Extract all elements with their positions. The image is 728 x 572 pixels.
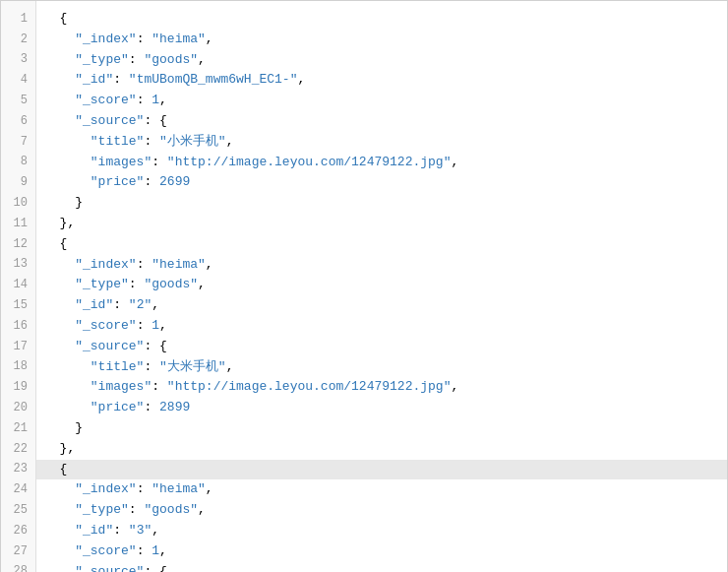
colon-token: : bbox=[152, 153, 167, 173]
comma-token: , bbox=[451, 377, 458, 398]
colon-token: : bbox=[137, 479, 152, 500]
comma-token: , bbox=[206, 30, 213, 50]
code-line: { bbox=[36, 234, 727, 255]
code-line: "_source": { bbox=[36, 562, 727, 572]
key-token: "_source" bbox=[44, 337, 144, 357]
line-number: 16 bbox=[1, 316, 35, 337]
code-line: "images": "http://image.leyou.com/124791… bbox=[36, 377, 727, 398]
line-number: 19 bbox=[1, 377, 35, 398]
string-token: "heima" bbox=[152, 479, 206, 500]
key-token: "_source" bbox=[44, 562, 144, 572]
line-number: 14 bbox=[1, 275, 35, 295]
string-token: "2" bbox=[129, 295, 152, 316]
brace-token: { bbox=[159, 111, 167, 132]
line-number: 2 bbox=[1, 30, 35, 50]
colon-token: : bbox=[144, 337, 159, 357]
line-number: 9 bbox=[1, 172, 35, 193]
key-token: "_type" bbox=[44, 50, 129, 71]
string-token: "heima" bbox=[152, 30, 206, 50]
code-area[interactable]: { "_index": "heima", "_type": "goods", "… bbox=[36, 1, 727, 572]
key-token: "images" bbox=[44, 377, 152, 398]
colon-token: : bbox=[113, 70, 129, 91]
line-number: 20 bbox=[1, 398, 35, 418]
key-token: "title" bbox=[44, 357, 144, 378]
brace-token: }, bbox=[44, 439, 75, 460]
colon-token: : bbox=[113, 295, 129, 316]
colon-token: : bbox=[137, 30, 152, 50]
brace-token: }, bbox=[44, 214, 75, 234]
comma-token: , bbox=[297, 70, 305, 91]
line-number: 5 bbox=[1, 91, 35, 111]
line-number: 21 bbox=[1, 418, 35, 439]
string-token: "小米手机" bbox=[159, 132, 226, 153]
code-line: "title": "小米手机", bbox=[36, 132, 727, 153]
key-token: "_type" bbox=[44, 500, 129, 521]
comma-token: , bbox=[198, 275, 206, 295]
code-line: "_source": { bbox=[36, 337, 727, 357]
code-line: } bbox=[36, 418, 727, 439]
brace-token: { bbox=[44, 460, 67, 480]
code-line: } bbox=[36, 193, 727, 214]
comma-token: , bbox=[159, 316, 167, 337]
number-token: 1 bbox=[152, 316, 159, 337]
comma-token: , bbox=[226, 132, 234, 153]
colon-token: : bbox=[137, 316, 152, 337]
line-number: 7 bbox=[1, 132, 35, 153]
key-token: "_id" bbox=[44, 70, 113, 91]
key-token: "_index" bbox=[44, 30, 137, 50]
line-number: 17 bbox=[1, 337, 35, 357]
key-token: "price" bbox=[44, 172, 144, 193]
string-token: "http://image.leyou.com/12479122.jpg" bbox=[167, 377, 452, 398]
code-line: "title": "大米手机", bbox=[36, 357, 727, 378]
number-token: 2899 bbox=[159, 398, 190, 418]
brace-token: { bbox=[44, 9, 67, 30]
code-line: "_id": "2", bbox=[36, 295, 727, 316]
line-number: 4 bbox=[1, 70, 35, 91]
line-number: 15 bbox=[1, 295, 35, 316]
code-line: "_index": "heima", bbox=[36, 30, 727, 50]
code-line: "_id": "3", bbox=[36, 521, 727, 541]
line-number: 24 bbox=[1, 479, 35, 500]
colon-token: : bbox=[144, 132, 159, 153]
colon-token: : bbox=[144, 562, 159, 572]
brace-token: { bbox=[44, 234, 67, 255]
comma-token: , bbox=[226, 357, 234, 378]
key-token: "_index" bbox=[44, 479, 137, 500]
brace-token: { bbox=[159, 337, 167, 357]
key-token: "title" bbox=[44, 132, 144, 153]
line-number: 11 bbox=[1, 214, 35, 234]
code-line: { bbox=[36, 9, 727, 30]
key-token: "_source" bbox=[44, 111, 144, 132]
key-token: "_index" bbox=[44, 255, 137, 276]
code-line: "_type": "goods", bbox=[36, 275, 727, 295]
colon-token: : bbox=[144, 357, 159, 378]
code-line: "_id": "tmUBomQB_mwm6wH_EC1-", bbox=[36, 70, 727, 91]
colon-token: : bbox=[129, 275, 145, 295]
comma-token: , bbox=[451, 153, 458, 173]
code-line: "_score": 1, bbox=[36, 91, 727, 111]
line-number: 10 bbox=[1, 193, 35, 214]
code-line: }, bbox=[36, 439, 727, 460]
line-number: 23 bbox=[1, 460, 35, 480]
comma-token: , bbox=[198, 50, 206, 71]
colon-token: : bbox=[137, 91, 152, 111]
code-line: "_type": "goods", bbox=[36, 500, 727, 521]
code-line: "_score": 1, bbox=[36, 316, 727, 337]
string-token: "3" bbox=[129, 521, 152, 541]
key-token: "_score" bbox=[44, 316, 137, 337]
line-number: 3 bbox=[1, 50, 35, 71]
line-numbers: 1234567891011121314151617181920212223242… bbox=[1, 1, 36, 572]
brace-token: } bbox=[44, 418, 83, 439]
comma-token: , bbox=[206, 479, 213, 500]
colon-token: : bbox=[129, 500, 145, 521]
code-line: "price": 2899 bbox=[36, 398, 727, 418]
colon-token: : bbox=[144, 111, 159, 132]
number-token: 1 bbox=[152, 541, 159, 562]
line-number: 8 bbox=[1, 153, 35, 173]
code-line: "_index": "heima", bbox=[36, 479, 727, 500]
key-token: "_type" bbox=[44, 275, 129, 295]
code-line: "_source": { bbox=[36, 111, 727, 132]
code-line: { bbox=[36, 460, 727, 480]
string-token: "http://image.leyou.com/12479122.jpg" bbox=[167, 153, 452, 173]
comma-token: , bbox=[198, 500, 206, 521]
